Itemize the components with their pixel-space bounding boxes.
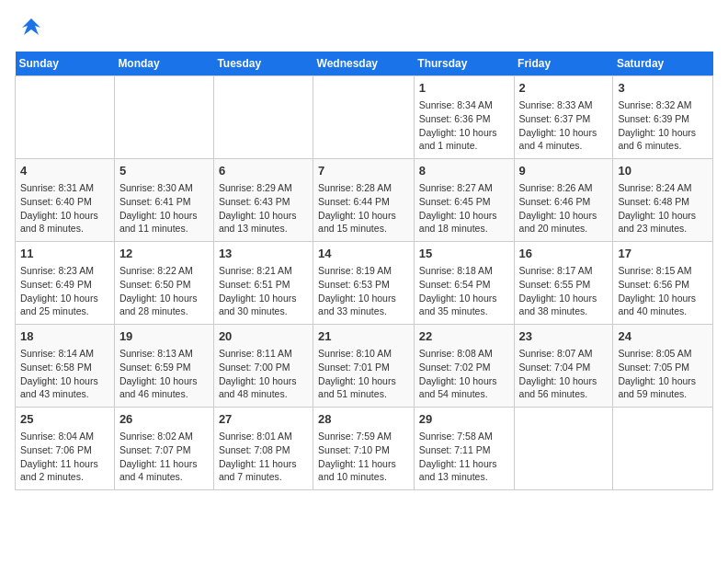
cell-content: Sunset: 7:08 PM xyxy=(219,443,308,457)
cell-content: Sunset: 6:44 PM xyxy=(318,195,409,209)
cell-content: Daylight: 11 hours and 2 minutes. xyxy=(20,457,109,484)
cell-content: Sunrise: 8:28 AM xyxy=(318,181,409,195)
cell-content: Daylight: 11 hours and 10 minutes. xyxy=(318,457,409,484)
calendar-cell: 26Sunrise: 8:02 AMSunset: 7:07 PMDayligh… xyxy=(114,408,213,490)
cell-content: Sunset: 6:41 PM xyxy=(119,195,209,209)
cell-content: Sunset: 6:58 PM xyxy=(20,361,109,374)
cell-content: Daylight: 10 hours and 38 minutes. xyxy=(519,292,609,318)
cell-content: Sunrise: 8:14 AM xyxy=(20,347,109,361)
cell-content: Daylight: 10 hours and 59 minutes. xyxy=(618,374,708,401)
cell-content: Sunset: 7:11 PM xyxy=(419,443,509,457)
calendar-cell xyxy=(514,408,613,490)
day-number: 10 xyxy=(618,163,708,179)
cell-content: Sunrise: 8:33 AM xyxy=(519,98,609,112)
calendar-cell: 4Sunrise: 8:31 AMSunset: 6:40 PMDaylight… xyxy=(16,159,115,242)
calendar-cell: 12Sunrise: 8:22 AMSunset: 6:50 PMDayligh… xyxy=(114,242,213,325)
cell-content: Sunset: 6:39 PM xyxy=(618,112,708,126)
day-number: 20 xyxy=(219,328,308,345)
cell-content: Sunrise: 8:22 AM xyxy=(119,264,209,278)
day-number: 26 xyxy=(119,411,209,428)
cell-content: Sunset: 7:07 PM xyxy=(119,443,209,457)
cell-content: Daylight: 10 hours and 8 minutes. xyxy=(20,209,109,236)
day-number: 24 xyxy=(618,328,708,345)
calendar-week-row: 1Sunrise: 8:34 AMSunset: 6:36 PMDaylight… xyxy=(16,76,713,159)
cell-content: Daylight: 10 hours and 11 minutes. xyxy=(119,209,209,236)
day-number: 4 xyxy=(20,163,109,179)
cell-content: Sunrise: 8:13 AM xyxy=(119,347,209,361)
day-number: 11 xyxy=(20,246,109,262)
cell-content: Sunrise: 8:01 AM xyxy=(219,430,308,443)
cell-content: Sunrise: 8:19 AM xyxy=(318,264,409,278)
calendar-cell: 25Sunrise: 8:04 AMSunset: 7:06 PMDayligh… xyxy=(16,408,115,490)
cell-content: Sunset: 6:36 PM xyxy=(419,112,509,126)
cell-content: Sunrise: 8:34 AM xyxy=(419,98,509,112)
cell-content: Daylight: 11 hours and 4 minutes. xyxy=(119,457,209,484)
cell-content: Daylight: 10 hours and 23 minutes. xyxy=(618,209,708,236)
calendar-cell: 1Sunrise: 8:34 AMSunset: 6:36 PMDaylight… xyxy=(414,76,514,159)
cell-content: Daylight: 10 hours and 28 minutes. xyxy=(119,292,209,318)
day-number: 7 xyxy=(318,163,409,179)
cell-content: Sunrise: 8:26 AM xyxy=(519,181,609,195)
cell-content: Daylight: 11 hours and 7 minutes. xyxy=(219,457,308,484)
logo xyxy=(15,15,51,44)
cell-content: Daylight: 10 hours and 18 minutes. xyxy=(419,209,509,236)
calendar-cell: 5Sunrise: 8:30 AMSunset: 6:41 PMDaylight… xyxy=(114,159,213,242)
cell-content: Sunset: 7:00 PM xyxy=(219,361,308,374)
cell-content: Sunrise: 8:23 AM xyxy=(20,264,109,278)
calendar-cell: 23Sunrise: 8:07 AMSunset: 7:04 PMDayligh… xyxy=(514,325,613,408)
calendar-cell: 29Sunrise: 7:58 AMSunset: 7:11 PMDayligh… xyxy=(414,408,514,490)
cell-content: Sunset: 6:51 PM xyxy=(219,278,308,292)
col-header-thursday: Thursday xyxy=(414,52,514,76)
col-header-wednesday: Wednesday xyxy=(313,52,415,76)
calendar-week-row: 4Sunrise: 8:31 AMSunset: 6:40 PMDaylight… xyxy=(16,159,713,242)
day-number: 17 xyxy=(618,246,708,262)
cell-content: Sunset: 7:04 PM xyxy=(519,361,609,374)
cell-content: Sunset: 6:45 PM xyxy=(419,195,509,209)
cell-content: Sunset: 6:53 PM xyxy=(318,278,409,292)
cell-content: Sunrise: 8:27 AM xyxy=(419,181,509,195)
calendar-cell: 9Sunrise: 8:26 AMSunset: 6:46 PMDaylight… xyxy=(514,159,613,242)
cell-content: Sunset: 6:48 PM xyxy=(618,195,708,209)
calendar-header-row: SundayMondayTuesdayWednesdayThursdayFrid… xyxy=(16,52,713,76)
cell-content: Sunset: 7:05 PM xyxy=(618,361,708,374)
cell-content: Sunrise: 8:17 AM xyxy=(519,264,609,278)
cell-content: Sunset: 6:43 PM xyxy=(219,195,308,209)
day-number: 19 xyxy=(119,328,209,345)
cell-content: Daylight: 10 hours and 48 minutes. xyxy=(219,374,308,401)
calendar-table: SundayMondayTuesdayWednesdayThursdayFrid… xyxy=(15,52,713,490)
cell-content: Sunrise: 8:08 AM xyxy=(419,347,509,361)
day-number: 9 xyxy=(519,163,609,179)
calendar-cell: 13Sunrise: 8:21 AMSunset: 6:51 PMDayligh… xyxy=(213,242,313,325)
calendar-cell: 14Sunrise: 8:19 AMSunset: 6:53 PMDayligh… xyxy=(313,242,415,325)
cell-content: Sunrise: 8:29 AM xyxy=(219,181,308,195)
cell-content: Sunset: 7:02 PM xyxy=(419,361,509,374)
day-number: 25 xyxy=(20,411,109,428)
cell-content: Sunrise: 8:31 AM xyxy=(20,181,109,195)
day-number: 29 xyxy=(419,411,509,428)
cell-content: Sunset: 7:01 PM xyxy=(318,361,409,374)
calendar-cell: 10Sunrise: 8:24 AMSunset: 6:48 PMDayligh… xyxy=(613,159,713,242)
cell-content: Daylight: 10 hours and 25 minutes. xyxy=(20,292,109,318)
calendar-cell: 28Sunrise: 7:59 AMSunset: 7:10 PMDayligh… xyxy=(313,408,415,490)
cell-content: Sunrise: 8:32 AM xyxy=(618,98,708,112)
day-number: 22 xyxy=(419,328,509,345)
cell-content: Sunrise: 8:30 AM xyxy=(119,181,209,195)
cell-content: Daylight: 10 hours and 13 minutes. xyxy=(219,209,308,236)
cell-content: Daylight: 10 hours and 33 minutes. xyxy=(318,292,409,318)
cell-content: Sunset: 6:54 PM xyxy=(419,278,509,292)
cell-content: Daylight: 10 hours and 40 minutes. xyxy=(618,292,708,318)
cell-content: Daylight: 10 hours and 54 minutes. xyxy=(419,374,509,401)
cell-content: Sunset: 7:06 PM xyxy=(20,443,109,457)
day-number: 2 xyxy=(519,80,609,97)
calendar-cell xyxy=(16,76,115,159)
day-number: 21 xyxy=(318,328,409,345)
day-number: 18 xyxy=(20,328,109,345)
day-number: 6 xyxy=(219,163,308,179)
cell-content: Daylight: 10 hours and 30 minutes. xyxy=(219,292,308,318)
day-number: 27 xyxy=(219,411,308,428)
calendar-cell: 15Sunrise: 8:18 AMSunset: 6:54 PMDayligh… xyxy=(414,242,514,325)
day-number: 3 xyxy=(618,80,708,97)
cell-content: Sunset: 6:46 PM xyxy=(519,195,609,209)
day-number: 8 xyxy=(419,163,509,179)
cell-content: Sunrise: 8:02 AM xyxy=(119,430,209,443)
